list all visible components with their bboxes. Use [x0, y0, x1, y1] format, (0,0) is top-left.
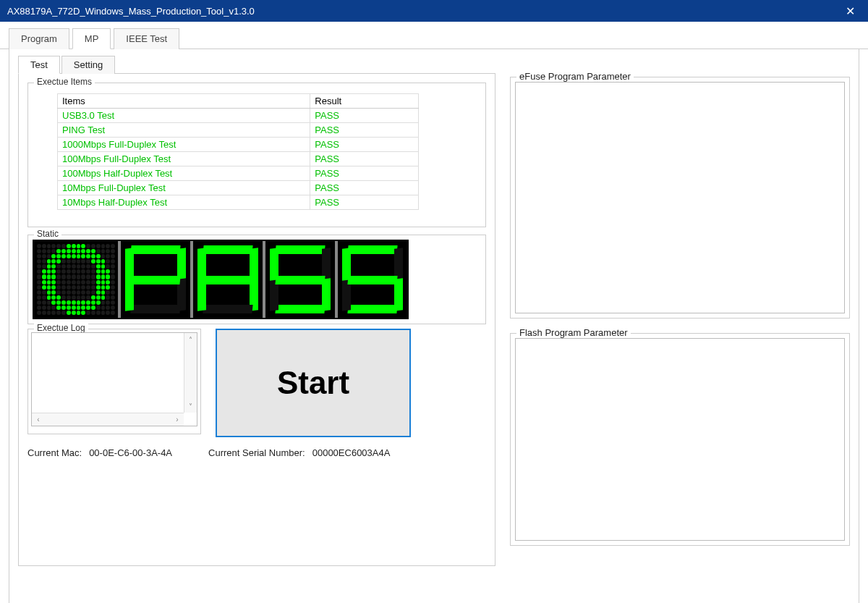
inner-tabs: Test Setting: [18, 55, 495, 74]
efuse-legend: eFuse Program Parameter: [516, 71, 634, 82]
current-serial-label: Current Serial Number:: [208, 447, 305, 458]
table-row: 1000Mbps Full-Duplex TestPASS: [58, 138, 419, 152]
table-row: 10Mbps Half-Duplex TestPASS: [58, 195, 419, 210]
item-name: 100Mbps Half-Duplex Test: [58, 166, 310, 181]
current-mac-label: Current Mac:: [27, 447, 82, 458]
seg-digit-1: [121, 241, 193, 318]
item-result: PASS: [310, 195, 419, 210]
scroll-down-icon[interactable]: ˅: [184, 400, 197, 413]
item-result: PASS: [310, 166, 419, 181]
items-header-item: Items: [58, 94, 310, 109]
table-row: USB3.0 TestPASS: [58, 109, 419, 123]
items-header-result: Result: [310, 94, 419, 109]
items-table: Items Result USB3.0 TestPASSPING TestPAS…: [57, 93, 419, 210]
current-serial-value: 00000EC6003A4A: [312, 447, 391, 458]
seg-digit-3: [265, 241, 338, 318]
log-vscroll[interactable]: ˄ ˅: [184, 333, 197, 413]
log-hscroll[interactable]: ‹ ›: [32, 413, 184, 426]
item-result: PASS: [310, 152, 419, 166]
title-bar: AX88179A_772D_Windows_Mass_Production_To…: [0, 0, 868, 22]
close-icon[interactable]: ✕: [839, 0, 861, 22]
flash-group: Flash Program Parameter: [510, 333, 850, 546]
info-row: Current Mac: 00-0E-C6-00-3A-4A Current S…: [27, 447, 486, 458]
scroll-left-icon[interactable]: ‹: [32, 413, 45, 426]
item-result: PASS: [310, 138, 419, 152]
execute-items-group: Exectue Items Items Result USB3.0 TestPA…: [27, 83, 486, 227]
execute-log-box[interactable]: ˄ ˅ ‹ ›: [31, 332, 197, 426]
static-legend: Static: [34, 229, 61, 239]
scroll-right-icon[interactable]: ›: [171, 413, 184, 426]
led-display: [33, 240, 409, 319]
tab-test[interactable]: Test: [18, 56, 60, 74]
table-row: PING TestPASS: [58, 123, 419, 138]
outer-tabs: Program MP IEEE Test: [0, 28, 868, 49]
item-name: USB3.0 Test: [58, 109, 310, 123]
main-frame: Test Setting Exectue Items Items Result: [9, 49, 859, 603]
efuse-group: eFuse Program Parameter: [510, 77, 850, 319]
current-mac-value: 00-0E-C6-00-3A-4A: [89, 447, 172, 458]
item-name: 10Mbps Half-Duplex Test: [58, 195, 310, 210]
flash-box[interactable]: [515, 338, 845, 541]
item-name: 100Mbps Full-Duplex Test: [58, 152, 310, 166]
tab-setting[interactable]: Setting: [61, 56, 115, 74]
execute-log-legend: Exectue Log: [34, 323, 88, 333]
right-column: eFuse Program Parameter Flash Program Pa…: [510, 55, 850, 600]
start-button[interactable]: Start: [216, 329, 411, 437]
table-row: 100Mbps Full-Duplex TestPASS: [58, 152, 419, 166]
tab-ieee[interactable]: IEEE Test: [114, 28, 179, 49]
test-panel: Exectue Items Items Result USB3.0 TestPA…: [18, 74, 495, 566]
tab-program[interactable]: Program: [9, 28, 69, 49]
efuse-box[interactable]: [515, 82, 845, 313]
window-title: AX88179A_772D_Windows_Mass_Production_To…: [7, 6, 255, 17]
flash-legend: Flash Program Parameter: [516, 327, 631, 338]
static-group: Static: [27, 235, 486, 324]
item-name: PING Test: [58, 123, 310, 138]
left-column: Test Setting Exectue Items Items Result: [18, 55, 495, 600]
seg-digit-2: [193, 241, 265, 318]
item-name: 10Mbps Full-Duplex Test: [58, 181, 310, 195]
dot-matrix: [34, 241, 121, 318]
execute-items-legend: Exectue Items: [34, 77, 95, 87]
execute-log-group: Exectue Log ˄ ˅ ‹ ›: [27, 329, 201, 434]
seg-digit-4: [338, 241, 407, 318]
item-result: PASS: [310, 123, 419, 138]
item-name: 1000Mbps Full-Duplex Test: [58, 138, 310, 152]
tab-mp[interactable]: MP: [72, 28, 111, 49]
item-result: PASS: [310, 181, 419, 195]
scroll-up-icon[interactable]: ˄: [184, 333, 197, 346]
item-result: PASS: [310, 109, 419, 123]
table-row: 10Mbps Full-Duplex TestPASS: [58, 181, 419, 195]
table-row: 100Mbps Half-Duplex TestPASS: [58, 166, 419, 181]
